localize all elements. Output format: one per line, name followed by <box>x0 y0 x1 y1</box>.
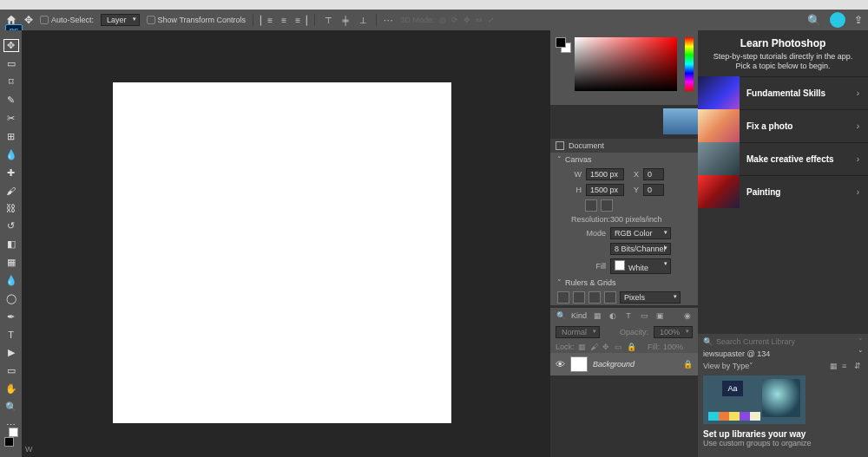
canvas-area: W <box>22 30 550 457</box>
type-sample: Aa <box>722 381 743 396</box>
grid-view-icon[interactable]: ▦ <box>830 362 838 370</box>
align-vcenter-icon[interactable]: ╪ <box>339 14 352 26</box>
lock-image-icon[interactable]: 🖌 <box>590 343 599 351</box>
lock-transparent-icon[interactable]: ▦ <box>578 343 587 351</box>
zoom-tool[interactable]: 🔍 <box>3 401 19 414</box>
layer-thumbnail[interactable] <box>570 356 588 372</box>
hue-slider[interactable] <box>685 37 694 91</box>
align-top-icon[interactable]: ⊤ <box>322 14 334 26</box>
align-right-icon[interactable]: ≡▕ <box>295 14 307 26</box>
eraser-tool[interactable]: ◧ <box>3 238 19 251</box>
height-input[interactable]: 1500 px <box>586 184 624 196</box>
blend-mode-dropdown[interactable]: Normal <box>556 326 600 338</box>
filter-type-icon[interactable]: T <box>623 310 634 321</box>
lock-all-icon[interactable]: 🔒 <box>627 343 635 351</box>
color-panel-swatches[interactable] <box>556 37 571 53</box>
align-left-icon[interactable]: ▏≡ <box>260 14 273 26</box>
move-tool[interactable]: ✥ <box>3 39 19 52</box>
options-bar: ✥ Auto-Select: Layer Show Transform Cont… <box>0 10 868 30</box>
dodge-tool[interactable]: ◯ <box>3 292 19 305</box>
y-label: Y <box>628 186 639 194</box>
learn-card-fix-photo[interactable]: Fix a photo› <box>698 109 868 142</box>
library-view-mode[interactable]: View by Type ˅▦≡⇵ <box>703 362 863 370</box>
orientation-portrait-icon[interactable] <box>585 199 597 212</box>
layer-name[interactable]: Background <box>593 360 635 369</box>
layers-panel: 🔍 Kind ▦ ◐ T ▭ ▣ ◉ Normal Opacity: 100% … <box>550 308 698 375</box>
units-dropdown[interactable]: Pixels <box>620 291 681 304</box>
list-view-icon[interactable]: ≡ <box>842 362 851 370</box>
foreground-color-swatch[interactable] <box>4 437 14 447</box>
layer-search-icon[interactable]: 🔍 <box>556 310 566 321</box>
height-label: H <box>571 186 582 194</box>
ruler-toggle-icon[interactable] <box>557 291 569 304</box>
card-thumb <box>698 142 740 175</box>
more-options-icon[interactable]: ··· <box>384 16 393 25</box>
hand-tool[interactable]: ✋ <box>3 382 19 395</box>
brush-tool[interactable]: 🖌 <box>3 185 19 197</box>
pen-tool[interactable]: ✒ <box>3 310 19 323</box>
marquee-tool[interactable]: ▭ <box>3 57 19 70</box>
guides-toggle-icon[interactable] <box>589 291 601 304</box>
history-brush-tool[interactable]: ↺ <box>3 219 19 232</box>
rectangle-tool[interactable]: ▭ <box>3 364 19 377</box>
fill-dropdown[interactable]: White <box>610 258 671 274</box>
lock-icon[interactable]: 🔒 <box>683 360 693 369</box>
learn-panel: Learn Photoshop Step-by-step tutorials d… <box>698 30 868 76</box>
healing-brush-tool[interactable]: ✚ <box>3 166 19 180</box>
filter-shape-icon[interactable]: ▭ <box>639 310 649 321</box>
clone-stamp-tool[interactable]: ⛓ <box>3 202 19 214</box>
user-avatar[interactable] <box>830 12 845 28</box>
lock-artboard-icon[interactable]: ▭ <box>615 343 623 351</box>
auto-select-checkbox[interactable]: Auto-Select: <box>40 16 94 24</box>
filter-toggle-icon[interactable]: ◉ <box>682 310 693 321</box>
show-transform-checkbox[interactable]: Show Transform Controls <box>147 16 247 24</box>
layer-fill-input[interactable]: 100% <box>663 343 693 351</box>
gradient-tool[interactable]: ▦ <box>3 256 19 269</box>
sort-icon[interactable]: ⇵ <box>854 362 863 370</box>
auto-select-target-dropdown[interactable]: Layer <box>101 14 140 26</box>
opacity-label: Opacity: <box>620 328 648 336</box>
visibility-toggle-icon[interactable]: 👁 <box>556 359 565 369</box>
layer-filter-kind-dropdown[interactable]: Kind <box>571 311 587 320</box>
align-bottom-icon[interactable]: ⊥ <box>357 14 369 26</box>
search-icon[interactable]: 🔍 <box>807 14 821 27</box>
eyedropper-tool[interactable]: 💧 <box>3 148 19 161</box>
bit-depth-dropdown[interactable]: 8 Bits/Channel <box>610 243 671 255</box>
color-mode-dropdown[interactable]: RGB Color <box>610 227 671 239</box>
lasso-tool[interactable]: ⌑ <box>3 75 19 88</box>
path-select-tool[interactable]: ▶ <box>3 346 19 359</box>
grid-toggle-icon[interactable] <box>573 291 585 304</box>
blur-tool[interactable]: 💧 <box>3 274 19 287</box>
opacity-input[interactable]: 100% <box>654 326 693 338</box>
align-hcenter-icon[interactable]: ≡ <box>278 14 290 26</box>
y-input[interactable]: 0 <box>643 184 664 196</box>
background-color-swatch[interactable] <box>9 428 18 437</box>
lock-position-icon[interactable]: ✥ <box>602 343 611 351</box>
filter-adjust-icon[interactable]: ◐ <box>608 310 618 321</box>
learn-card-creative[interactable]: Make creative effects› <box>698 142 868 175</box>
library-name-dropdown[interactable]: iewsupaster @ 134 ˅ <box>703 349 863 358</box>
learn-subtitle: Step-by-step tutorials directly in the a… <box>707 52 859 71</box>
frame-tool[interactable]: ⊞ <box>3 130 19 143</box>
pixel-grid-icon[interactable] <box>604 291 616 304</box>
document-canvas[interactable] <box>113 82 451 423</box>
rulers-section-header[interactable]: ˅Rulers & Grids <box>550 276 698 290</box>
document-panel-header[interactable]: Document <box>550 139 698 153</box>
type-tool[interactable]: T <box>3 329 19 341</box>
filter-pixel-icon[interactable]: ▦ <box>592 310 602 321</box>
libraries-search[interactable]: 🔍 Search Current Library˅ <box>703 337 863 346</box>
quick-select-tool[interactable]: ✎ <box>3 94 19 107</box>
orientation-landscape-icon[interactable] <box>601 199 613 212</box>
x-input[interactable]: 0 <box>643 168 664 180</box>
tools-panel: ✥ ▭ ⌑ ✎ ✂ ⊞ 💧 ✚ 🖌 ⛓ ↺ ◧ ▦ 💧 ◯ ✒ T ▶ ▭ ✋ … <box>0 30 22 457</box>
learn-card-painting[interactable]: Painting› <box>698 175 868 208</box>
learn-card-fundamental[interactable]: Fundamental Skills› <box>698 76 868 109</box>
canvas-section-header[interactable]: ˅Canvas <box>550 153 698 166</box>
align-group-vertical: ⊤ ╪ ⊥ <box>322 14 369 26</box>
share-icon[interactable]: ⇪ <box>854 14 863 26</box>
filter-smart-icon[interactable]: ▣ <box>654 310 665 321</box>
width-input[interactable]: 1500 px <box>586 168 624 180</box>
layer-row-background[interactable]: 👁 Background 🔒 <box>550 353 698 375</box>
crop-tool[interactable]: ✂ <box>3 112 19 125</box>
color-field[interactable] <box>575 37 677 91</box>
